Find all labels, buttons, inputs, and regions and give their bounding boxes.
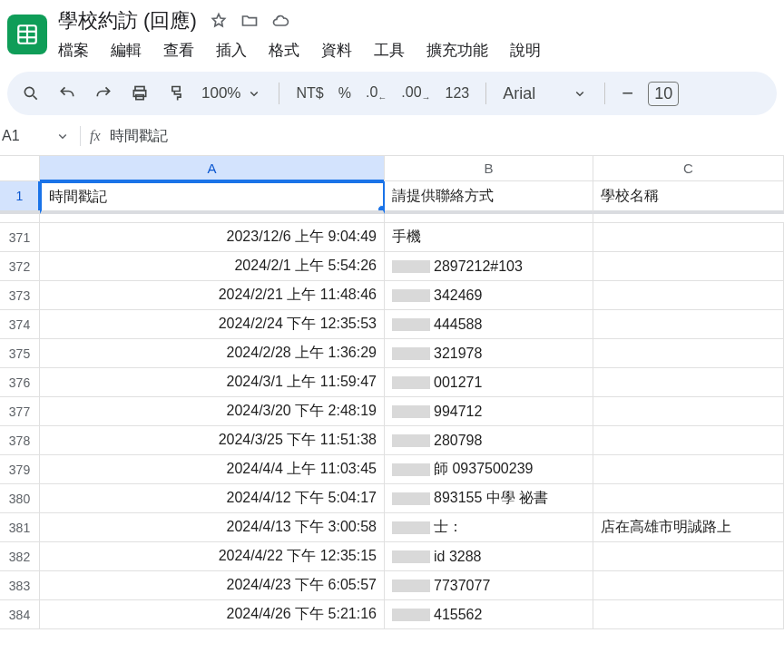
cell-C[interactable] — [593, 310, 784, 339]
cell-B[interactable]: 321978 — [385, 339, 593, 368]
cell-A[interactable]: 2024/3/1 上午 11:59:47 — [40, 368, 385, 397]
select-all-corner[interactable] — [0, 156, 40, 181]
undo-icon[interactable] — [56, 83, 78, 104]
row-header[interactable]: 375 — [0, 339, 40, 368]
cell-A[interactable]: 2024/4/26 下午 5:21:16 — [40, 600, 385, 629]
paint-format-icon[interactable] — [165, 83, 187, 104]
menu-edit[interactable]: 編輯 — [111, 40, 142, 61]
cell-C[interactable] — [593, 223, 784, 252]
menu-format[interactable]: 格式 — [269, 40, 299, 61]
star-icon[interactable] — [210, 12, 228, 30]
cell-A[interactable]: 2024/4/12 下午 5:04:17 — [40, 484, 385, 513]
font-size-input[interactable]: 10 — [648, 82, 679, 106]
cell-B[interactable]: 415562 — [385, 600, 593, 629]
cell-A[interactable]: 2024/4/23 下午 6:05:57 — [40, 571, 385, 600]
menu-help[interactable]: 說明 — [510, 40, 541, 61]
row-header[interactable]: 383 — [0, 571, 40, 600]
cell-C[interactable] — [593, 397, 784, 426]
cell-C[interactable] — [593, 426, 784, 455]
menu-extensions[interactable]: 擴充功能 — [426, 40, 488, 61]
menu-file[interactable]: 檔案 — [58, 40, 89, 61]
cell-C[interactable] — [593, 368, 784, 397]
more-formats-button[interactable]: 123 — [446, 85, 470, 102]
spreadsheet-grid[interactable]: A B C 1 時間戳記 請提供聯絡方式 學校名稱 3712023/12/6 上… — [0, 156, 784, 629]
cell-A[interactable]: 2023/12/6 上午 9:04:49 — [40, 223, 385, 252]
print-icon[interactable] — [129, 83, 151, 104]
currency-button[interactable]: NT$ — [296, 85, 323, 102]
caret-down-icon — [246, 85, 262, 102]
percent-button[interactable]: % — [338, 85, 351, 102]
name-box-dropdown[interactable] — [54, 128, 71, 144]
cell-B[interactable]: 士： — [385, 513, 593, 542]
separator — [80, 126, 81, 146]
row-header[interactable]: 384 — [0, 600, 40, 629]
row-header[interactable]: 382 — [0, 542, 40, 571]
row-header[interactable]: 377 — [0, 397, 40, 426]
menu-data[interactable]: 資料 — [321, 40, 352, 61]
name-box[interactable]: A1 — [2, 128, 45, 144]
row-header[interactable]: 381 — [0, 513, 40, 542]
cell-B[interactable]: 手機 — [385, 223, 593, 252]
cell-A[interactable]: 2024/3/25 下午 11:51:38 — [40, 426, 385, 455]
cell-A[interactable]: 2024/4/22 下午 12:35:15 — [40, 542, 385, 571]
cell-B[interactable]: 2897212#103 — [385, 252, 593, 281]
redacted-block — [392, 289, 430, 302]
row-header[interactable]: 376 — [0, 368, 40, 397]
cell-B[interactable]: 342469 — [385, 281, 593, 310]
column-header-A[interactable]: A — [40, 156, 385, 181]
cell-C[interactable] — [593, 339, 784, 368]
cell-C[interactable]: 店在高雄市明誠路上 — [593, 513, 784, 542]
header: 學校約訪 (回應) 檔案 編輯 查看 插入 格式 資料 工具 擴充功能 說明 — [0, 0, 784, 61]
row-header[interactable]: 374 — [0, 310, 40, 339]
menu-insert[interactable]: 插入 — [216, 40, 247, 61]
cell-B[interactable]: 001271 — [385, 368, 593, 397]
cell-A[interactable]: 2024/3/20 下午 2:48:19 — [40, 397, 385, 426]
zoom-select[interactable]: 100% — [201, 84, 262, 102]
cell-C[interactable] — [593, 571, 784, 600]
row-header[interactable]: 378 — [0, 426, 40, 455]
row-header[interactable]: 379 — [0, 455, 40, 484]
row-header[interactable]: 373 — [0, 281, 40, 310]
cell-A[interactable]: 2024/2/1 上午 5:54:26 — [40, 252, 385, 281]
column-header-C[interactable]: C — [593, 156, 784, 181]
row-header[interactable]: 371 — [0, 223, 40, 252]
cell-B[interactable]: 師 0937500239 — [385, 455, 593, 484]
row-header-1[interactable]: 1 — [0, 181, 40, 214]
cell-A[interactable]: 2024/2/24 下午 12:35:53 — [40, 310, 385, 339]
cell-A[interactable]: 2024/4/4 上午 11:03:45 — [40, 455, 385, 484]
cell-C[interactable] — [593, 600, 784, 629]
cell-A[interactable]: 2024/2/21 上午 11:48:46 — [40, 281, 385, 310]
cell-B[interactable]: 280798 — [385, 426, 593, 455]
increase-decimal-button[interactable]: .00→ — [401, 84, 430, 102]
row-header[interactable]: 372 — [0, 252, 40, 281]
menu-tools[interactable]: 工具 — [374, 40, 405, 61]
search-icon[interactable] — [20, 83, 42, 104]
redo-icon[interactable] — [93, 83, 114, 104]
cell-B[interactable]: id 3288 — [385, 542, 593, 571]
cell-A[interactable]: 2024/2/28 上午 1:36:29 — [40, 339, 385, 368]
column-header-B[interactable]: B — [385, 156, 593, 181]
cell-C[interactable] — [593, 252, 784, 281]
formula-input[interactable]: 時間戳記 — [110, 127, 168, 146]
decrease-decimal-button[interactable]: .0← — [366, 84, 387, 102]
decrease-font-button[interactable]: − — [622, 82, 633, 105]
cell-B[interactable]: 893155 中學 祕書 — [385, 484, 593, 513]
cell-C[interactable] — [593, 281, 784, 310]
cell-C1[interactable]: 學校名稱 — [593, 181, 784, 214]
cloud-icon[interactable] — [271, 12, 289, 30]
cell-C[interactable] — [593, 484, 784, 513]
cell-B[interactable]: 7737077 — [385, 571, 593, 600]
sheets-logo[interactable] — [7, 15, 47, 54]
menu-view[interactable]: 查看 — [163, 40, 194, 61]
cell-B1[interactable]: 請提供聯絡方式 — [385, 181, 593, 214]
cell-C[interactable] — [593, 455, 784, 484]
doc-title[interactable]: 學校約訪 (回應) — [58, 7, 197, 34]
folder-icon[interactable] — [240, 12, 259, 30]
font-select[interactable]: Arial — [503, 84, 588, 103]
cell-A1[interactable]: 時間戳記 — [40, 181, 385, 214]
cell-C[interactable] — [593, 542, 784, 571]
row-header[interactable]: 380 — [0, 484, 40, 513]
cell-B[interactable]: 444588 — [385, 310, 593, 339]
cell-A[interactable]: 2024/4/13 下午 3:00:58 — [40, 513, 385, 542]
cell-B[interactable]: 994712 — [385, 397, 593, 426]
